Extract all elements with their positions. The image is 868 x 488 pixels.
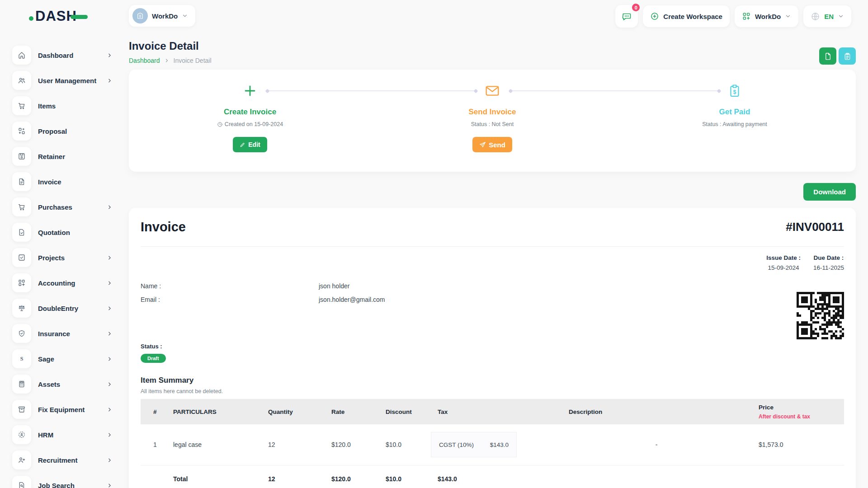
tax-name: CGST (10%) [439,441,474,448]
workdo-menu-label: WorkDo [755,13,781,20]
file-text-icon [12,172,31,191]
file-search-icon [12,476,31,488]
sidebar-item-invoice[interactable]: Invoice [0,169,123,194]
cart-icon [12,96,31,115]
messages-button[interactable]: 0 [615,5,638,28]
sidebar-item-user-management[interactable]: User Management [0,68,123,93]
send-invoice-button[interactable]: Send [472,137,512,152]
step-title: Send Invoice [469,108,516,117]
chevron-right-icon [107,432,113,438]
sidebar-item-fix-equipment[interactable]: Fix Equipment [0,397,123,422]
create-workspace-button[interactable]: Create Workspace [643,5,730,27]
step-get-paid: $ Get Paid Status : Awaiting payment [613,83,856,152]
create-invoice-button[interactable] [819,47,836,65]
sidebar-item-purchases[interactable]: Purchases [0,194,123,220]
duplicate-invoice-button[interactable] [839,47,856,65]
sidebar-item-doubleentry[interactable]: DoubleEntry [0,296,123,321]
sidebar-item-job-search[interactable]: Job Search [0,473,123,488]
step-title: Get Paid [719,108,750,117]
svg-text:S: S [20,356,24,362]
edit-invoice-button[interactable]: Edit [233,137,267,152]
chevron-right-icon [107,381,113,387]
chat-icon [621,11,632,22]
language-selector[interactable]: EN [803,5,851,27]
plus-icon [243,83,257,99]
top-navbar: DASH WorkDo 0 Create Workspace WorkDo [0,0,868,33]
sidebar-item-projects[interactable]: Projects [0,245,123,270]
workdo-menu-button[interactable]: WorkDo [735,5,798,27]
email-value: json.holder@gmail.com [319,296,385,303]
price-column-subnote: After discount & tax [759,413,844,420]
download-button[interactable]: Download [803,183,856,201]
sidebar-item-hrm[interactable]: HRM [0,422,123,447]
envelope-icon [485,83,500,99]
chevron-right-icon [164,58,170,63]
page-title: Invoice Detail [129,40,212,52]
step-connector [267,90,476,91]
chevron-right-icon [107,407,113,413]
email-label: Email : [141,296,319,303]
user-focus-icon [12,425,31,444]
tax-value: $143.0 [490,441,509,448]
file-check-icon [12,223,31,242]
sidebar-item-sage[interactable]: S Sage [0,346,123,371]
breadcrumb-dashboard-link[interactable]: Dashboard [129,57,160,64]
sidebar-item-proposal[interactable]: Proposal [0,118,123,144]
scales-icon [12,299,31,318]
logo-dot [29,16,33,21]
sidebar-item-recruitment[interactable]: Recruitment [0,447,123,473]
chevron-down-icon [785,13,791,19]
sidebar-item-accounting[interactable]: Accounting [0,270,123,296]
layout-arrows-icon [12,122,31,141]
users-icon [12,71,31,90]
table-header-row: # PARTICULARS Quantity Rate Discount Tax… [141,399,844,424]
plus-circle-icon [650,12,659,21]
sidebar-item-insurance[interactable]: Insurance [0,321,123,346]
sidebar: Dashboard User Management Items Proposal… [0,33,123,488]
chevron-right-icon [107,78,113,84]
home-icon [12,46,31,65]
sidebar-item-quotation[interactable]: Quotation [0,220,123,245]
archive-box-icon [12,400,31,419]
messages-badge: 0 [631,3,641,12]
save-icon [12,147,31,166]
item-summary-note: All items here cannot be deleted. [141,388,844,394]
price-column-label: Price [759,404,844,411]
svg-text:$: $ [733,89,736,95]
chevron-down-icon [838,13,844,19]
logo-dash-bar [71,15,88,19]
tax-chip: CGST (10%) $143.0 [431,432,517,457]
table-total-row: Total 12 $120.0 $10.0 $143.0 [141,465,844,488]
issue-date-value: 15-09-2024 [766,264,801,271]
chevron-right-icon [107,356,113,362]
invoice-dates: Issue Date : 15-09-2024 Due Date : 16-11… [141,254,844,271]
qr-code [797,292,844,339]
status-label: Status : [141,343,844,350]
brand-logo[interactable]: DASH [29,7,88,25]
language-code: EN [824,13,834,20]
status-badge: Draft [141,354,166,363]
grid-plus-icon [12,273,31,292]
invoice-card: Invoice #INV00011 Issue Date : 15-09-202… [129,208,856,488]
checkbox-icon [12,248,31,267]
name-value: json holder [319,282,350,290]
calculator-icon [12,375,31,394]
create-workspace-label: Create Workspace [663,13,722,20]
clipboard-dollar-icon: $ [728,83,741,99]
building-icon [136,12,144,20]
paper-plane-icon [479,141,486,148]
issue-date-label: Issue Date : [766,254,801,261]
workspace-avatar [132,8,148,23]
due-date-value: 16-11-2025 [813,264,844,271]
invoice-heading: Invoice [141,220,186,235]
step-connector [510,90,719,91]
pencil-icon [240,142,245,148]
sidebar-item-retainer[interactable]: Retainer [0,144,123,169]
sidebar-item-assets[interactable]: Assets [0,371,123,397]
sidebar-item-dashboard[interactable]: Dashboard [0,42,123,68]
workspace-switcher[interactable]: WorkDo [129,5,195,27]
sidebar-item-items[interactable]: Items [0,93,123,118]
invoice-progress-card: Create Invoice Created on 15-09-2024 Edi… [129,70,856,172]
step-status: Created on 15-09-2024 [217,121,283,128]
shield-check-icon [12,324,31,343]
